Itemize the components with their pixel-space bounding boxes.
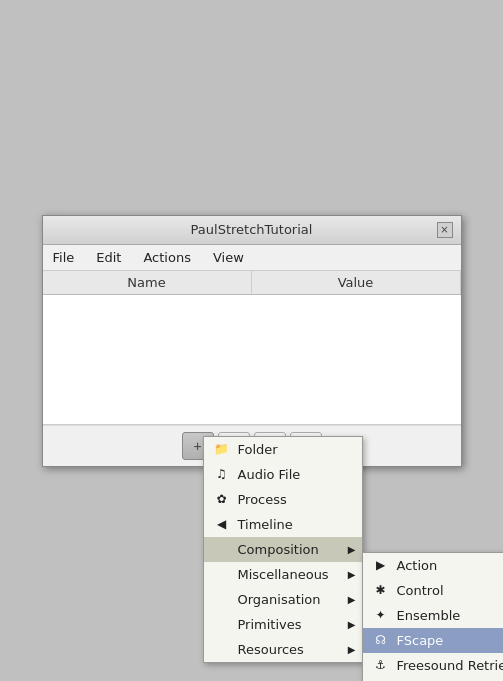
menu-item-folder-label: Folder — [238, 442, 278, 457]
submenu-item-grapheme[interactable]: 〜 Grapheme — [363, 678, 504, 682]
window-title: PaulStretchTutorial — [67, 222, 437, 237]
menu-item-org-label: Organisation — [238, 592, 321, 607]
control-icon: ✱ — [373, 583, 389, 597]
title-bar: PaulStretchTutorial × — [43, 216, 461, 245]
fscape-icon: ☊ — [373, 633, 389, 647]
table-body — [43, 295, 461, 425]
submenu-item-fscape[interactable]: ☊ FScape — [363, 628, 504, 653]
menu-item-folder[interactable]: 📁 Folder — [204, 437, 362, 462]
submenu-control-label: Control — [397, 583, 444, 598]
submenu-item-freesound[interactable]: ⚓ Freesound Retrieval — [363, 653, 504, 678]
menu-actions[interactable]: Actions — [139, 248, 195, 267]
composition-submenu: ▶ Action ✱ Control ✦ Ensemble ☊ FScape ⚓… — [362, 552, 504, 682]
menu-item-timeline[interactable]: ◀ Timeline — [204, 512, 362, 537]
prim-arrow-icon: ▶ — [348, 619, 356, 630]
menu-item-misc-label: Miscellaneous — [238, 567, 329, 582]
submenu-item-control[interactable]: ✱ Control — [363, 578, 504, 603]
main-window: PaulStretchTutorial × File Edit Actions … — [42, 215, 462, 467]
ensemble-icon: ✦ — [373, 608, 389, 622]
submenu-freesound-label: Freesound Retrieval — [397, 658, 504, 673]
menu-item-miscellaneous[interactable]: · Miscellaneous ▶ — [204, 562, 362, 587]
menu-file[interactable]: File — [49, 248, 79, 267]
misc-arrow-icon: ▶ — [348, 569, 356, 580]
menu-item-audio-label: Audio File — [238, 467, 301, 482]
composition-arrow-icon: ▶ — [348, 544, 356, 555]
menu-item-audio-file[interactable]: ♫ Audio File — [204, 462, 362, 487]
menu-item-composition-label: Composition — [238, 542, 319, 557]
menu-item-resources[interactable]: · Resources ▶ — [204, 637, 362, 662]
menu-item-prim-label: Primitives — [238, 617, 302, 632]
submenu-item-action[interactable]: ▶ Action — [363, 553, 504, 578]
timeline-icon: ◀ — [214, 517, 230, 531]
folder-icon: 📁 — [214, 442, 230, 456]
column-name: Name — [43, 271, 252, 294]
menu-view[interactable]: View — [209, 248, 248, 267]
action-icon: ▶ — [373, 558, 389, 572]
menu-item-composition[interactable]: · Composition ▶ — [204, 537, 362, 562]
menu-item-primitives[interactable]: · Primitives ▶ — [204, 612, 362, 637]
table-header: Name Value — [43, 271, 461, 295]
submenu-item-ensemble[interactable]: ✦ Ensemble — [363, 603, 504, 628]
org-arrow-icon: ▶ — [348, 594, 356, 605]
dropdown-container: 📁 Folder ♫ Audio File ✿ Process ◀ Timeli… — [203, 436, 363, 663]
menu-item-process[interactable]: ✿ Process — [204, 487, 362, 512]
res-arrow-icon: ▶ — [348, 644, 356, 655]
close-button[interactable]: × — [437, 222, 453, 238]
menu-item-timeline-label: Timeline — [238, 517, 293, 532]
submenu-action-label: Action — [397, 558, 438, 573]
process-icon: ✿ — [214, 492, 230, 506]
menu-item-organisation[interactable]: · Organisation ▶ — [204, 587, 362, 612]
freesound-icon: ⚓ — [373, 658, 389, 672]
main-dropdown-menu: 📁 Folder ♫ Audio File ✿ Process ◀ Timeli… — [203, 436, 363, 663]
audio-icon: ♫ — [214, 467, 230, 481]
column-value: Value — [252, 271, 461, 294]
menu-edit[interactable]: Edit — [92, 248, 125, 267]
submenu-ensemble-label: Ensemble — [397, 608, 461, 623]
menu-bar: File Edit Actions View — [43, 245, 461, 271]
submenu-fscape-label: FScape — [397, 633, 444, 648]
menu-item-process-label: Process — [238, 492, 287, 507]
menu-item-res-label: Resources — [238, 642, 304, 657]
